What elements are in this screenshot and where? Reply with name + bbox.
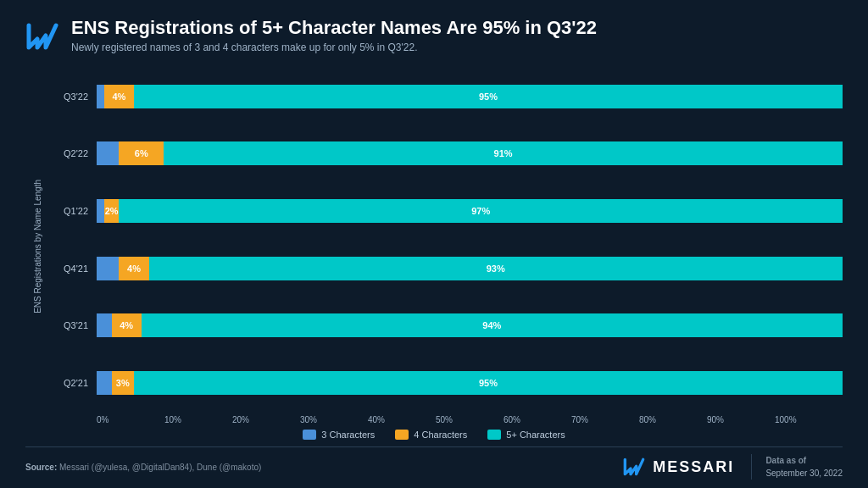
bar-row: Q2'226%91% [53, 138, 843, 169]
bars-section: Q3'224%95%Q2'226%91%Q1'222%97%Q4'214%93%… [53, 68, 843, 412]
legend-label: 5+ Characters [506, 430, 565, 440]
chart-inner: Q3'224%95%Q2'226%91%Q1'222%97%Q4'214%93%… [53, 68, 843, 424]
legend-swatch [487, 430, 501, 440]
source-value: Messari (@yulesa, @DigitalDan84), Dune (… [59, 463, 261, 472]
x-axis-tick: 10% [164, 415, 232, 424]
bar-segment-5char: 94% [142, 313, 843, 337]
bar-track: 4%94% [97, 313, 843, 337]
legend-swatch [303, 430, 316, 440]
x-axis-tick: 70% [571, 415, 639, 424]
data-as-of-date: September 30, 2022 [765, 467, 843, 480]
x-axis-tick: 40% [368, 415, 436, 424]
legend-item: 3 Characters [303, 430, 375, 440]
x-axis: 0%10%20%30%40%50%60%70%80%90%100% [53, 412, 843, 424]
header: ENS Registrations of 5+ Character Names … [25, 17, 843, 54]
bar-segment-4char: 4% [104, 85, 134, 108]
legend-section: 3 Characters4 Characters5+ Characters [25, 426, 843, 443]
y-axis-label-container: ENS Registrations by Name Length [25, 68, 49, 424]
x-axis-tick: 20% [232, 415, 300, 424]
bar-row: Q1'222%97% [53, 196, 843, 226]
bar-row: Q2'213%95% [53, 368, 843, 398]
bar-row-label: Q1'22 [53, 206, 97, 216]
source-label: Source: [25, 463, 57, 472]
bar-row-label: Q3'22 [53, 92, 97, 102]
x-axis-tick: 30% [300, 415, 368, 424]
messari-logo-icon [25, 19, 59, 54]
bar-track: 2%97% [97, 199, 843, 223]
x-axis-tick: 50% [436, 415, 504, 424]
data-as-of-label: Data as of [765, 454, 843, 467]
bar-segment-3char [97, 313, 112, 337]
bar-segment-3char [97, 371, 112, 395]
bar-segment-3char [97, 257, 119, 280]
bar-track: 6%91% [97, 141, 843, 165]
bar-row: Q3'214%94% [53, 310, 843, 341]
x-axis-tick: 100% [775, 415, 843, 424]
subtitle: Newly registered names of 3 and 4 charac… [71, 42, 597, 53]
footer-right: MESSARI Data as of September 30, 2022 [622, 454, 843, 480]
bar-row-label: Q2'22 [53, 148, 97, 158]
bar-segment-4char: 2% [104, 199, 120, 223]
legend-swatch [395, 430, 409, 440]
bar-segment-5char: 95% [134, 371, 843, 395]
header-text: ENS Registrations of 5+ Character Names … [71, 17, 597, 53]
bar-segment-3char [97, 85, 104, 108]
legend-item: 5+ Characters [487, 430, 565, 440]
chart-area: ENS Registrations by Name Length Q3'224%… [25, 68, 843, 424]
legend-label: 3 Characters [321, 430, 375, 440]
x-axis-tick: 90% [707, 415, 775, 424]
bar-segment-5char: 91% [164, 141, 843, 165]
messari-brand: MESSARI [622, 455, 734, 479]
bar-row: Q3'224%95% [53, 81, 843, 112]
y-axis-label: ENS Registrations by Name Length [33, 180, 42, 313]
main-container: ENS Registrations of 5+ Character Names … [0, 0, 868, 488]
bar-track: 3%95% [97, 371, 843, 395]
brand-name: MESSARI [653, 458, 734, 476]
footer: Source: Messari (@yulesa, @DigitalDan84)… [25, 446, 843, 480]
bar-segment-3char [97, 141, 119, 165]
data-as-of: Data as of September 30, 2022 [751, 454, 843, 480]
bar-segment-5char: 97% [119, 199, 843, 223]
messari-footer-logo [622, 455, 646, 479]
bar-segment-4char: 3% [112, 371, 134, 395]
legend-label: 4 Characters [414, 430, 467, 440]
bar-row: Q4'214%93% [53, 253, 843, 284]
source-text: Source: Messari (@yulesa, @DigitalDan84)… [25, 463, 261, 472]
bar-row-label: Q2'21 [53, 378, 97, 388]
x-axis-tick: 60% [504, 415, 571, 424]
bar-row-label: Q3'21 [53, 320, 97, 330]
legend-item: 4 Characters [395, 430, 467, 440]
bar-row-label: Q4'21 [53, 263, 97, 274]
x-axis-tick: 0% [97, 415, 164, 424]
x-axis-tick: 80% [639, 415, 707, 424]
bar-segment-4char: 6% [119, 141, 164, 165]
bar-segment-4char: 4% [119, 257, 148, 280]
bar-segment-5char: 95% [134, 85, 843, 108]
main-title: ENS Registrations of 5+ Character Names … [71, 17, 597, 39]
bar-segment-5char: 93% [149, 257, 843, 280]
bar-track: 4%95% [97, 85, 843, 108]
bar-track: 4%93% [97, 257, 843, 280]
bar-segment-4char: 4% [112, 313, 142, 337]
